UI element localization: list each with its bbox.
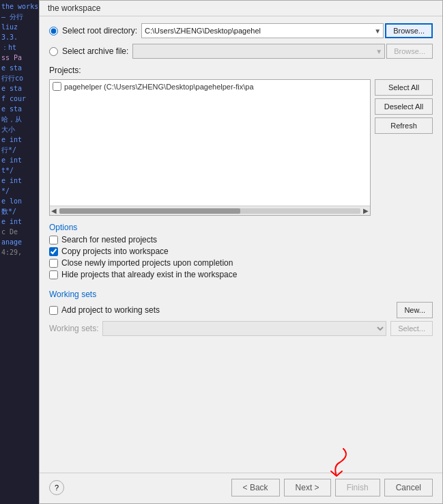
code-line-5: ：ht	[1, 42, 38, 53]
chevron-down-icon-archive: ▼	[375, 48, 382, 55]
code-line-11: e sta	[1, 104, 38, 114]
hide-projects-label: Hide projects that already exist in the …	[61, 270, 237, 279]
deselect-all-button[interactable]: Deselect All	[375, 98, 433, 115]
code-line-21: 数*/	[1, 206, 38, 216]
projects-listbox: pagehelper (C:\Users\ZHENG\Desktop\pageh…	[49, 79, 371, 216]
dialog-footer: ? < Back Next > Finish Cancel	[40, 473, 442, 503]
working-sets-title: Working sets	[49, 290, 433, 299]
scrollbar-track[interactable]	[59, 208, 360, 214]
archive-file-row: Select archive file: ▼ Browse...	[49, 44, 433, 59]
horizontal-scrollbar[interactable]: ◀ ▶	[50, 206, 370, 215]
working-sets-field-label: Working sets:	[49, 324, 98, 333]
root-directory-radio[interactable]	[49, 27, 58, 36]
close-projects-label: Close newly imported projects upon compl…	[61, 258, 233, 268]
scroll-left-arrow[interactable]: ◀	[50, 207, 58, 214]
code-line-3: liuz	[1, 22, 38, 32]
code-line-1: the workspace	[1, 1, 38, 12]
working-sets-combo[interactable]	[102, 321, 386, 336]
hide-projects-checkbox[interactable]	[49, 270, 58, 279]
add-to-working-sets-checkbox[interactable]	[49, 306, 58, 315]
option-row-1: Search for nested projects	[49, 235, 433, 244]
archive-browse-button[interactable]: Browse...	[386, 44, 433, 59]
code-line-15: 行*/	[1, 145, 38, 155]
option-row-3: Close newly imported projects upon compl…	[49, 258, 433, 268]
ws-add-row: Add project to working sets New...	[49, 302, 433, 318]
finish-button[interactable]: Finish	[335, 479, 380, 496]
projects-label: Projects:	[49, 66, 433, 75]
code-line-23: c De	[1, 227, 38, 237]
code-line-17: t*/	[1, 165, 38, 176]
code-line-14: e int	[1, 135, 38, 145]
projects-list-inner: pagehelper (C:\Users\ZHENG\Desktop\pageh…	[50, 80, 370, 93]
list-item[interactable]: pagehelper (C:\Users\ZHENG\Desktop\pageh…	[50, 80, 370, 93]
new-working-set-button[interactable]: New...	[397, 302, 433, 318]
archive-file-input[interactable]	[132, 44, 385, 59]
ws-dropdown-row: Working sets: Select...	[49, 321, 433, 336]
code-line-22: e int	[1, 216, 38, 227]
help-button[interactable]: ?	[49, 480, 64, 495]
code-line-24: anage	[1, 237, 38, 247]
projects-list-scroll[interactable]: pagehelper (C:\Users\ZHENG\Desktop\pageh…	[50, 80, 370, 206]
add-to-working-sets-label: Add project to working sets	[61, 305, 160, 315]
option-row-4: Hide projects that already exist in the …	[49, 270, 433, 279]
next-button[interactable]: Next >	[284, 479, 331, 496]
dialog-body: Select root directory: ▼ Browse... Selec…	[40, 16, 442, 473]
option-row-2: Copy projects into workspace	[49, 247, 433, 256]
code-line-12: 哈，从	[1, 114, 38, 124]
root-directory-input[interactable]	[141, 23, 384, 38]
code-line-2: – 分行	[1, 12, 38, 22]
root-browse-button[interactable]: Browse...	[385, 23, 433, 38]
copy-projects-label: Copy projects into workspace	[61, 247, 169, 256]
code-line-4: 3.3.	[1, 32, 38, 42]
nested-projects-checkbox[interactable]	[49, 236, 58, 244]
code-line-25: 4:29,	[1, 247, 38, 257]
code-line-10: f cour	[1, 94, 38, 104]
projects-buttons: Select All Deselect All Refresh	[375, 79, 433, 134]
projects-area: pagehelper (C:\Users\ZHENG\Desktop\pageh…	[49, 79, 433, 216]
scrollbar-thumb	[59, 208, 240, 214]
close-projects-checkbox[interactable]	[49, 259, 58, 268]
refresh-button[interactable]: Refresh	[375, 117, 433, 134]
code-line-19: */	[1, 186, 38, 196]
chevron-down-icon: ▼	[374, 27, 381, 35]
code-line-13: 大小	[1, 124, 38, 135]
select-working-sets-button[interactable]: Select...	[390, 321, 433, 336]
code-line-20: e lon	[1, 196, 38, 206]
import-dialog: the workspace Select root directory: ▼ B…	[39, 0, 443, 504]
root-directory-label: Select root directory:	[62, 26, 137, 36]
project-item-text: pagehelper (C:\Users\ZHENG\Desktop\pageh…	[64, 83, 254, 91]
code-line-18: e int	[1, 176, 38, 186]
back-button[interactable]: < Back	[231, 479, 280, 496]
code-line-8: 行行co	[1, 73, 38, 83]
code-line-7: e sta	[1, 63, 38, 73]
copy-projects-checkbox[interactable]	[49, 247, 58, 256]
working-sets-section: Working sets Add project to working sets…	[49, 290, 433, 336]
code-line-16: e int	[1, 155, 38, 165]
options-section: Options Search for nested projects Copy …	[49, 223, 433, 281]
cancel-button[interactable]: Cancel	[384, 479, 433, 496]
select-all-button[interactable]: Select All	[375, 79, 433, 96]
dialog-top-clip: the workspace	[40, 1, 442, 16]
project-checkbox[interactable]	[53, 82, 61, 91]
code-line-6: ss Pa	[1, 53, 38, 63]
code-editor-panel: the workspace – 分行 liuz 3.3. ：ht ss Pa e…	[0, 0, 39, 504]
root-directory-row: Select root directory: ▼ Browse...	[49, 23, 433, 38]
code-line-9: e sta	[1, 83, 38, 94]
nested-projects-label: Search for nested projects	[61, 235, 157, 244]
archive-file-label: Select archive file:	[62, 46, 128, 56]
archive-file-radio[interactable]	[49, 47, 58, 56]
scroll-right-arrow[interactable]: ▶	[362, 207, 370, 214]
options-title: Options	[49, 223, 433, 232]
